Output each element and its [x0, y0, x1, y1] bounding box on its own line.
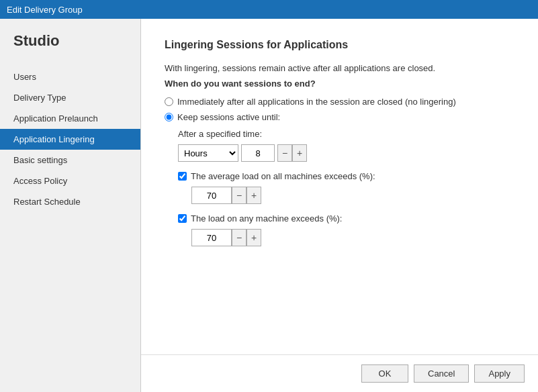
title-bar: Edit Delivery Group — [0, 0, 538, 19]
radio-keep-active[interactable]: Keep sessions active until: — [165, 112, 514, 122]
sidebar-item-application-lingering[interactable]: Application Lingering — [0, 129, 140, 150]
content-area: Lingering Sessions for Applications With… — [141, 19, 538, 392]
any-load-increment-button[interactable]: + — [246, 229, 261, 246]
page-title: Lingering Sessions for Applications — [165, 39, 514, 51]
hours-row: Hours Minutes − + — [178, 144, 514, 162]
avg-load-increment-button[interactable]: + — [246, 187, 261, 204]
avg-load-value-input[interactable] — [191, 187, 232, 204]
avg-load-number-row: − + — [191, 187, 514, 204]
sidebar: Studio Users Delivery Type Application P… — [0, 19, 141, 392]
any-load-number-row: − + — [191, 229, 514, 246]
any-load-checkbox[interactable] — [178, 214, 187, 223]
sidebar-item-delivery-type[interactable]: Delivery Type — [0, 87, 140, 108]
sidebar-item-restart-schedule[interactable]: Restart Schedule — [0, 191, 140, 212]
avg-load-checkbox[interactable] — [178, 172, 187, 181]
sidebar-item-basic-settings[interactable]: Basic settings — [0, 150, 140, 170]
any-load-checkbox-row: The load on any machine exceeds (%): — [178, 213, 514, 224]
any-load-spin-group: − + — [232, 229, 261, 246]
description-text: With lingering, sessions remain active a… — [165, 63, 514, 73]
time-unit-select[interactable]: Hours Minutes — [178, 144, 238, 162]
footer: OK Cancel Apply — [141, 354, 538, 392]
title-bar-label: Edit Delivery Group — [7, 5, 83, 15]
avg-load-spin-group: − + — [232, 187, 261, 204]
avg-load-label: The average load on all machines exceeds… — [191, 171, 375, 181]
radio-no-lingering-label: Immediately after all applications in th… — [177, 97, 456, 107]
radio-no-lingering[interactable]: Immediately after all applications in th… — [165, 97, 514, 107]
any-load-label: The load on any machine exceeds (%): — [191, 213, 342, 224]
any-load-decrement-button[interactable]: − — [232, 229, 246, 246]
ok-button[interactable]: OK — [361, 364, 408, 383]
time-decrement-button[interactable]: − — [277, 144, 292, 162]
radio-no-lingering-input[interactable] — [165, 97, 173, 106]
time-increment-button[interactable]: + — [292, 144, 307, 162]
radio-keep-active-label: Keep sessions active until: — [177, 112, 280, 122]
avg-load-decrement-button[interactable]: − — [232, 187, 246, 204]
indent-section: After a specified time: Hours Minutes − … — [178, 129, 514, 246]
avg-load-checkbox-row: The average load on all machines exceeds… — [178, 171, 514, 181]
cancel-button[interactable]: Cancel — [414, 364, 469, 383]
apply-button[interactable]: Apply — [474, 364, 525, 383]
studio-logo: Studio — [0, 32, 140, 66]
any-load-value-input[interactable] — [191, 229, 232, 246]
sidebar-item-access-policy[interactable]: Access Policy — [0, 170, 140, 191]
sidebar-item-application-prelaunch[interactable]: Application Prelaunch — [0, 108, 140, 129]
main-container: Studio Users Delivery Type Application P… — [0, 19, 538, 392]
time-value-input[interactable] — [241, 144, 275, 162]
after-specified-time-label: After a specified time: — [178, 129, 514, 139]
sidebar-item-users[interactable]: Users — [0, 66, 140, 87]
radio-keep-active-input[interactable] — [165, 113, 173, 121]
question-text: When do you want sessions to end? — [165, 79, 514, 89]
time-spin-group: − + — [277, 144, 307, 162]
